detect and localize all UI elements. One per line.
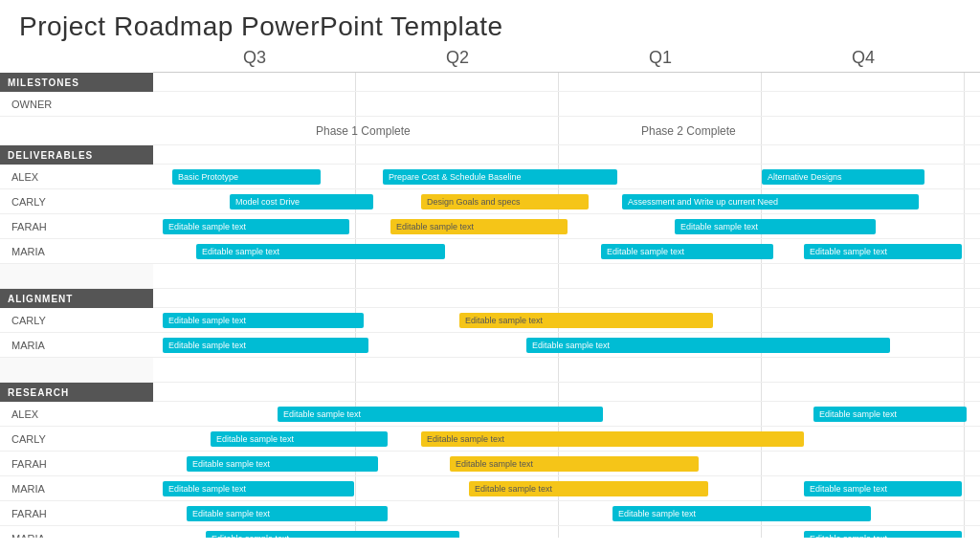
research-row-alex: Editable sample textEditable sample text xyxy=(153,402,980,427)
main-content: MILESTONES OWNER DELIVERABLES ALEX CARLY… xyxy=(0,73,980,538)
section-research: RESEARCH xyxy=(0,383,153,402)
phase1-label: Phase 1 Complete xyxy=(316,124,411,138)
sidebar-carly-1: CARLY xyxy=(0,189,153,214)
research-row-maria: Editable sample textEditable sample text xyxy=(153,526,980,538)
quarter-q4: Q4 xyxy=(762,48,965,68)
quarter-q3: Q3 xyxy=(153,48,356,68)
gantt-bar: Editable sample text xyxy=(163,338,368,353)
sidebar-farah-1: FARAH xyxy=(0,214,153,239)
sidebar-spacer-1 xyxy=(0,264,153,289)
sidebar-carly-3: CARLY xyxy=(0,427,153,452)
gantt-bar: Editable sample text xyxy=(163,313,364,328)
gantt-area: Phase 1 CompletePhase 2 CompleteBasic Pr… xyxy=(153,73,980,538)
gantt-bar: Basic Prototype xyxy=(172,169,321,185)
gantt-bar: Editable sample text xyxy=(421,431,804,447)
gantt-bar: Editable sample text xyxy=(196,244,445,259)
sidebar-maria-2: MARIA xyxy=(0,333,153,358)
gantt-bar: Editable sample text xyxy=(601,244,773,259)
left-sidebar: MILESTONES OWNER DELIVERABLES ALEX CARLY… xyxy=(0,73,153,538)
gantt-bar: Editable sample text xyxy=(278,407,603,422)
gantt-bar: Editable sample text xyxy=(804,481,962,496)
sidebar-maria-3: MARIA xyxy=(0,476,153,501)
deliverable-row-carly: Model cost DriveDesign Goals and specsAs… xyxy=(153,189,980,214)
section-alignment: ALIGNMENT xyxy=(0,289,153,308)
research-row-farah: Editable sample textEditable sample text xyxy=(153,501,980,526)
quarter-q1: Q1 xyxy=(559,48,762,68)
gantt-bar: Editable sample text xyxy=(612,506,871,521)
sidebar-spacer-2 xyxy=(0,358,153,383)
sidebar-farah-2: FARAH xyxy=(0,452,153,476)
sidebar-farah-3: FARAH xyxy=(0,501,153,526)
quarters-header: Q3 Q2 Q1 Q4 xyxy=(153,48,980,73)
sidebar-maria-4: MARIA xyxy=(0,526,153,538)
deliverable-row-farah: Editable sample textEditable sample text… xyxy=(153,214,980,239)
section-milestones: MILESTONES xyxy=(0,73,153,92)
gantt-bar: Editable sample text xyxy=(804,531,962,539)
gantt-bar: Editable sample text xyxy=(813,407,967,422)
research-row-farah: Editable sample textEditable sample text xyxy=(153,452,980,476)
gantt-bar: Design Goals and specs xyxy=(421,194,589,209)
gantt-bar: Editable sample text xyxy=(187,456,378,472)
deliverable-row-alex: Basic PrototypePrepare Cost & Schedule B… xyxy=(153,165,980,189)
gantt-bar: Editable sample text xyxy=(450,456,699,472)
deliverable-row-maria: Editable sample textEditable sample text… xyxy=(153,239,980,264)
gantt-bar: Editable sample text xyxy=(804,244,962,259)
alignment-row-carly: Editable sample textEditable sample text xyxy=(153,308,980,333)
sidebar-carly-2: CARLY xyxy=(0,308,153,333)
sidebar-owner: OWNER xyxy=(0,92,153,117)
gantt-bar: Editable sample text xyxy=(187,506,388,521)
sidebar-alex-2: ALEX xyxy=(0,402,153,427)
phase-spacer xyxy=(0,117,153,145)
gantt-bar: Editable sample text xyxy=(206,531,459,539)
gantt-bar: Editable sample text xyxy=(526,338,890,353)
gantt-bar: Editable sample text xyxy=(211,431,388,447)
phase2-label: Phase 2 Complete xyxy=(641,124,736,138)
gantt-bar: Assessment and Write up current Need xyxy=(622,194,919,209)
gantt-bar: Editable sample text xyxy=(163,219,349,234)
quarter-q2: Q2 xyxy=(356,48,559,68)
page-title: Project Roadmap PowerPoint Template xyxy=(0,0,980,48)
sidebar-alex-1: ALEX xyxy=(0,165,153,189)
gantt-bar: Editable sample text xyxy=(459,313,713,328)
gantt-bar: Alternative Designs xyxy=(762,169,924,185)
gantt-bar: Model cost Drive xyxy=(230,194,373,209)
gantt-bar: Editable sample text xyxy=(390,219,568,234)
gantt-bar: Editable sample text xyxy=(163,481,354,496)
alignment-row-maria: Editable sample textEditable sample text xyxy=(153,333,980,358)
section-deliverables: DELIVERABLES xyxy=(0,145,153,165)
gantt-bar: Editable sample text xyxy=(675,219,876,234)
research-row-carly: Editable sample textEditable sample text xyxy=(153,427,980,452)
gantt-bar: Prepare Cost & Schedule Baseline xyxy=(383,169,617,185)
sidebar-maria-1: MARIA xyxy=(0,239,153,264)
research-row-maria: Editable sample textEditable sample text… xyxy=(153,476,980,501)
gantt-bar: Editable sample text xyxy=(469,481,708,496)
